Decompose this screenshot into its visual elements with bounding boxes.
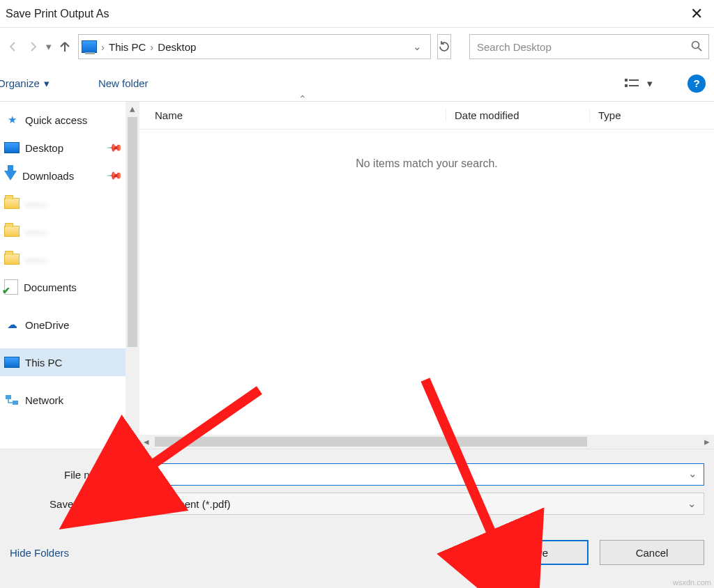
chevron-down-icon: ▾ — [44, 77, 50, 90]
cancel-button[interactable]: Cancel — [600, 540, 704, 565]
chevron-down-icon[interactable]: ⌄ — [688, 467, 697, 480]
save-button[interactable]: Save — [484, 540, 588, 565]
search-box[interactable] — [469, 34, 709, 59]
sidebar-label: OneDrive — [25, 319, 69, 331]
filetype-label: Save as type: — [10, 498, 120, 510]
column-header-date[interactable]: Date modified — [446, 109, 590, 121]
svg-point-0 — [692, 41, 699, 48]
nav-sidebar: ★ Quick access Desktop 📌 Downloads 📌 —— … — [0, 102, 139, 449]
svg-rect-3 — [629, 79, 639, 81]
filetype-value: PDF Document (*.pdf) — [128, 498, 231, 510]
filename-input[interactable] — [120, 463, 704, 486]
column-header-type[interactable]: Type — [590, 109, 714, 121]
sidebar-item-thispc[interactable]: This PC — [0, 348, 139, 376]
folder-icon — [4, 226, 20, 237]
main-area: ★ Quick access Desktop 📌 Downloads 📌 —— … — [0, 102, 714, 449]
pc-icon — [4, 357, 20, 368]
scroll-up-icon[interactable]: ▴ — [126, 102, 139, 116]
sidebar-label-blurred: —— — [25, 226, 46, 238]
organize-label: Organize — [0, 77, 40, 89]
folder-icon — [4, 254, 20, 265]
sidebar-item-quick-access[interactable]: ★ Quick access — [0, 106, 139, 134]
recent-dropdown-icon[interactable]: ▾ — [46, 39, 52, 54]
empty-message: No items match your search. — [139, 130, 714, 170]
scroll-thumb[interactable] — [155, 437, 587, 447]
sidebar-item-folder[interactable]: —— — [0, 189, 139, 217]
address-dropdown-icon[interactable]: ⌄ — [413, 40, 422, 53]
pin-icon: 📌 — [105, 139, 123, 157]
svg-rect-6 — [6, 395, 11, 399]
refresh-button[interactable] — [437, 34, 451, 59]
hide-folders-link[interactable]: Hide Folders — [10, 547, 69, 559]
sidebar-item-folder[interactable]: —— — [0, 217, 139, 245]
sidebar-label: Downloads — [22, 170, 74, 182]
sidebar-label-blurred: —— — [25, 254, 46, 265]
sidebar-item-folder[interactable]: —— — [0, 245, 139, 273]
sidebar-scrollbar[interactable]: ▴ ▾ — [126, 102, 139, 449]
svg-line-1 — [699, 47, 702, 51]
folder-icon — [4, 198, 20, 209]
sidebar-item-network[interactable]: Network — [0, 386, 139, 414]
file-list-panel: ⌃ Name Date modified Type No items match… — [139, 102, 714, 449]
sidebar-item-desktop[interactable]: Desktop 📌 — [0, 134, 139, 162]
sidebar-item-documents[interactable]: Documents — [0, 273, 139, 301]
sidebar-label: Quick access — [25, 114, 87, 126]
network-icon — [4, 392, 20, 408]
address-bar[interactable]: › This PC › Desktop ⌄ — [78, 34, 431, 59]
scroll-down-icon[interactable]: ▾ — [126, 435, 139, 449]
chevron-down-icon: ⌄ — [688, 497, 697, 510]
search-input[interactable] — [476, 40, 685, 54]
svg-rect-2 — [625, 79, 628, 82]
up-icon[interactable] — [59, 39, 71, 54]
close-icon[interactable]: ✕ — [685, 2, 708, 26]
back-icon[interactable] — [7, 39, 20, 54]
filename-label: File name: — [10, 469, 120, 481]
scroll-thumb[interactable] — [128, 117, 137, 347]
view-options-button[interactable]: ▾ — [625, 77, 653, 90]
chevron-right-icon: › — [101, 41, 105, 53]
documents-icon — [4, 279, 18, 295]
pc-icon — [82, 40, 97, 53]
monitor-icon — [4, 142, 20, 153]
sidebar-item-onedrive[interactable]: ☁ OneDrive — [0, 311, 139, 339]
sidebar-label: Desktop — [25, 142, 63, 154]
view-icon — [625, 77, 640, 90]
window-title: Save Print Output As — [4, 8, 109, 20]
sidebar-label: Documents — [24, 281, 77, 293]
cloud-icon: ☁ — [4, 317, 20, 332]
nav-row: ▾ › This PC › Desktop ⌄ — [0, 28, 714, 65]
star-icon: ★ — [4, 112, 20, 127]
watermark: wsxdn.com — [673, 578, 711, 587]
save-panel: File name: ⌄ Save as type: PDF Document … — [0, 449, 714, 588]
scroll-left-icon[interactable]: ◂ — [139, 435, 153, 449]
sidebar-item-downloads[interactable]: Downloads 📌 — [0, 162, 139, 189]
column-headers: Name Date modified Type — [139, 102, 714, 130]
scroll-right-icon[interactable]: ▸ — [700, 435, 714, 449]
filetype-select[interactable]: PDF Document (*.pdf) ⌄ — [120, 493, 704, 515]
download-icon — [4, 171, 17, 180]
column-header-name[interactable]: Name — [139, 109, 446, 121]
sidebar-label: This PC — [25, 357, 62, 369]
title-bar: Save Print Output As ✕ — [0, 0, 714, 28]
sidebar-label-blurred: —— — [25, 198, 46, 210]
pin-icon: 📌 — [105, 167, 123, 185]
search-icon[interactable] — [690, 40, 703, 54]
organize-menu[interactable]: Organize ▾ — [0, 77, 50, 90]
sidebar-label: Network — [25, 394, 63, 406]
help-icon[interactable]: ? — [688, 75, 706, 93]
svg-rect-7 — [13, 401, 18, 405]
toolbar: Organize ▾ New folder ▾ ? — [0, 65, 714, 102]
chevron-down-icon: ▾ — [647, 77, 653, 90]
forward-icon[interactable] — [26, 39, 39, 54]
breadcrumb-thispc[interactable]: This PC — [109, 41, 146, 53]
svg-rect-5 — [629, 85, 639, 86]
new-folder-button[interactable]: New folder — [98, 77, 149, 89]
breadcrumb-desktop[interactable]: Desktop — [158, 41, 196, 53]
chevron-right-icon: › — [150, 41, 153, 53]
svg-rect-4 — [625, 84, 628, 87]
horizontal-scrollbar[interactable]: ◂ ▸ — [139, 435, 714, 449]
